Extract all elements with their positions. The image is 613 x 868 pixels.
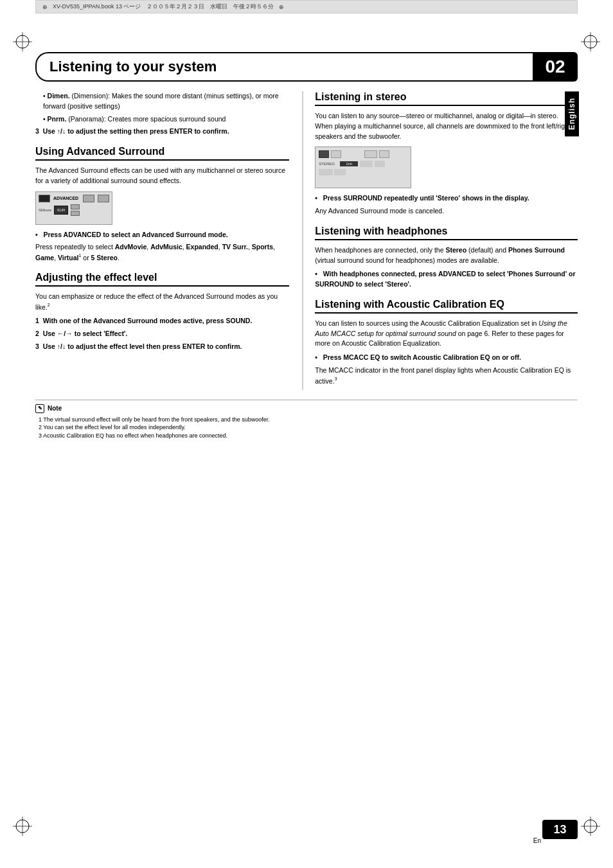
section-listening-stereo: Listening in stereo bbox=[315, 91, 578, 106]
left-column: Dimen. (Dimension): Makes the sound more… bbox=[35, 91, 289, 390]
acoustic-body: You can listen to sources using the Acou… bbox=[315, 319, 578, 349]
section-using-advanced-surround: Using Advanced Surround bbox=[35, 146, 289, 161]
note-icon: ✎ bbox=[35, 404, 44, 413]
main-content: English Dimen. (Dimension): Makes the so… bbox=[35, 91, 578, 390]
advanced-surround-body: The Advanced Surround effects can be use… bbox=[35, 166, 289, 186]
section-acoustic-calibration: Listening with Acoustic Calibration EQ bbox=[315, 299, 578, 314]
top-info-bar: ⊕ XV-DV535_IPPAN.book 13 ページ ２００５年２月２３日 … bbox=[35, 0, 578, 13]
effect-step3: 3 Use ↑/↓ to adjust the effect level the… bbox=[35, 342, 289, 352]
reg-mark-bl bbox=[13, 817, 32, 836]
acoustic-bullet: • Press MCACC EQ to switch Acoustic Cali… bbox=[315, 353, 578, 363]
bullet-pnrm: Pnrm. (Panorama): Creates more spacious … bbox=[43, 114, 289, 125]
adv-bullet: • Press ADVANCED to select an Advanced S… bbox=[35, 230, 289, 240]
headphones-body: When headphones are connected, only the … bbox=[315, 245, 578, 266]
right-column: Listening in stereo You can listen to an… bbox=[302, 91, 578, 390]
reg-mark-tl bbox=[13, 32, 32, 51]
adv-sub-text: Press repeatedly to select AdvMovie, Adv… bbox=[35, 242, 289, 263]
chapter-number-box: 02 bbox=[533, 52, 578, 82]
page-number: 13 bbox=[542, 820, 578, 839]
file-info-text: XV-DV535_IPPAN.book 13 ページ ２００５年２月２３日 水曜… bbox=[53, 3, 274, 11]
chapter-title-box: Listening to your system bbox=[35, 52, 533, 82]
note-item-2: 2 You can set the effect level for all m… bbox=[39, 423, 578, 432]
notes-section: ✎ Note 1 The virtual surround effect wil… bbox=[35, 400, 578, 440]
adv-big-center: SUR bbox=[54, 206, 68, 215]
stereo-display-wrapper: STEREO 2ch bbox=[315, 146, 578, 188]
note-header: ✎ Note bbox=[35, 404, 578, 413]
page-title: Listening to your system bbox=[49, 58, 217, 75]
effect-body: You can emphasize or reduce the effect o… bbox=[35, 292, 289, 312]
adv-side-2 bbox=[71, 211, 80, 216]
effect-step1: 1 With one of the Advanced Surround mode… bbox=[35, 316, 289, 326]
reg-mark-br bbox=[581, 817, 600, 836]
english-tab: English bbox=[565, 91, 579, 136]
bullet-dimen: Dimen. (Dimension): Makes the sound more… bbox=[43, 91, 289, 112]
headphones-bullet: • With headphones connected, press ADVAN… bbox=[315, 269, 578, 290]
note-item-1: 1 The virtual surround effect will only … bbox=[39, 416, 578, 424]
section-adjusting-effect: Adjusting the effect level bbox=[35, 272, 289, 287]
stereo-display: STEREO 2ch bbox=[315, 146, 411, 188]
stereo-sub: Any Advanced Surround mode is canceled. bbox=[315, 206, 578, 217]
adv-display-wrapper: ADVANCED SMovie SUR bbox=[35, 191, 289, 225]
adv-side-1 bbox=[71, 204, 80, 209]
stereo-body: You can listen to any source—stereo or m… bbox=[315, 111, 578, 141]
acoustic-sub: The MCACC indicator in the front panel d… bbox=[315, 366, 578, 386]
adv-block-3 bbox=[98, 195, 109, 202]
page-en-label: En bbox=[533, 837, 541, 844]
adv-block-2 bbox=[83, 195, 94, 202]
crosshair-icon: ⊕ bbox=[42, 4, 48, 10]
adv-display: ADVANCED SMovie SUR bbox=[35, 191, 112, 225]
effect-step2: 2 Use ←/→ to select 'Effect'. bbox=[35, 329, 289, 339]
reg-mark-tr bbox=[581, 32, 600, 51]
note-label: Note bbox=[48, 405, 62, 412]
stereo-bullet: • Press SURROUND repeatedly until 'Stere… bbox=[315, 193, 578, 204]
step3-intro: 3 Use ↑/↓ to adjust the setting then pre… bbox=[35, 127, 289, 137]
note-item-3: 3 Acoustic Calibration EQ has no effect … bbox=[39, 432, 578, 440]
adv-block-1 bbox=[39, 195, 50, 202]
crosshair-icon-right: ⊕ bbox=[279, 4, 284, 10]
chapter-number: 02 bbox=[545, 57, 565, 77]
page-header: Listening to your system 02 bbox=[35, 52, 578, 82]
section-headphones: Listening with headphones bbox=[315, 226, 578, 240]
